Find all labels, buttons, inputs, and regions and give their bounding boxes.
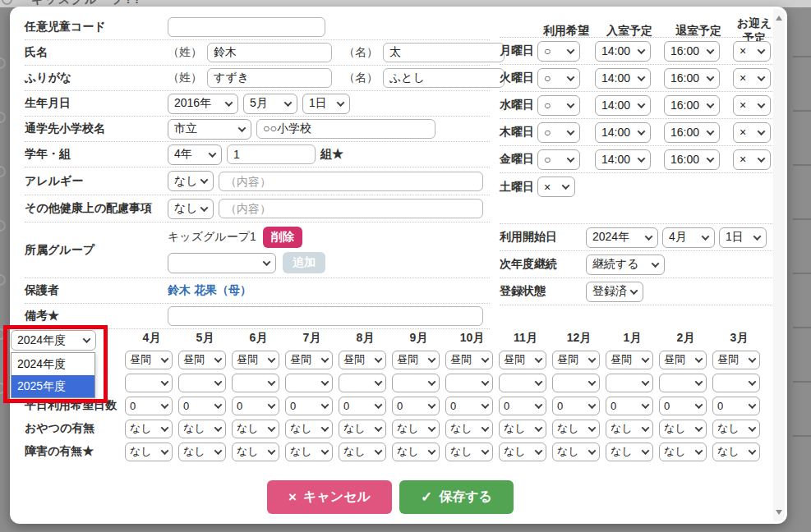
note-input[interactable] xyxy=(168,306,483,326)
monthly-select[interactable]: なし xyxy=(232,443,279,461)
delete-group-button[interactable]: 削除 xyxy=(263,227,302,248)
birth-day-select[interactable]: 1日 xyxy=(302,94,350,114)
monthly-select[interactable]: 昼間（ xyxy=(659,351,707,369)
guardian-link[interactable]: 鈴木 花果（母） xyxy=(168,283,251,298)
monthly-select[interactable] xyxy=(339,374,386,392)
monthly-select[interactable] xyxy=(125,374,173,392)
leave-time-select[interactable]: 16:00 xyxy=(664,68,720,89)
monthly-select[interactable]: 昼間（ xyxy=(178,351,226,369)
monthly-select[interactable]: 0 xyxy=(659,397,707,415)
monthly-select[interactable]: なし xyxy=(445,443,493,461)
leave-time-select[interactable]: 16:00 xyxy=(664,122,720,143)
monthly-select[interactable]: なし xyxy=(445,420,493,438)
monthly-select[interactable] xyxy=(178,374,226,392)
cancel-button[interactable]: × キャンセル xyxy=(267,480,392,514)
use-select[interactable]: ○ xyxy=(537,68,580,89)
add-group-button[interactable]: 追加 xyxy=(283,252,325,273)
monthly-select[interactable]: 0 xyxy=(606,397,653,415)
monthly-select[interactable]: 0 xyxy=(499,397,546,415)
monthly-select[interactable]: 昼間（ xyxy=(125,351,173,369)
pickup-select[interactable]: × xyxy=(733,41,771,62)
monthly-select[interactable]: 昼間（ xyxy=(339,351,386,369)
leave-time-select[interactable]: 16:00 xyxy=(664,41,720,62)
pickup-select[interactable]: × xyxy=(733,95,771,116)
class-input[interactable] xyxy=(227,144,316,164)
monthly-select[interactable] xyxy=(285,374,333,392)
health-detail-input[interactable] xyxy=(219,199,483,218)
birth-month-select[interactable]: 5月 xyxy=(243,94,297,114)
monthly-select[interactable]: なし xyxy=(178,443,226,461)
monthly-select[interactable]: なし xyxy=(499,443,546,461)
start-month-select[interactable]: 4月 xyxy=(662,227,715,248)
monthly-select[interactable]: 0 xyxy=(552,397,600,415)
monthly-select[interactable] xyxy=(445,374,493,392)
enter-time-select[interactable]: 14:00 xyxy=(595,41,651,62)
monthly-select[interactable]: 昼間（ xyxy=(232,351,279,369)
monthly-select[interactable]: なし xyxy=(552,443,600,461)
monthly-select[interactable] xyxy=(712,374,760,392)
monthly-select[interactable]: なし xyxy=(606,420,653,438)
monthly-select[interactable] xyxy=(499,374,546,392)
use-select[interactable]: ○ xyxy=(537,41,580,62)
health-select[interactable]: なし xyxy=(168,199,214,219)
monthly-select[interactable] xyxy=(606,374,653,392)
monthly-select[interactable]: なし xyxy=(339,443,386,461)
monthly-select[interactable] xyxy=(659,374,707,392)
enter-time-select[interactable]: 14:00 xyxy=(595,95,651,116)
monthly-select[interactable]: なし xyxy=(392,420,440,438)
scroll-up-arrow-icon[interactable] xyxy=(776,16,782,21)
monthly-select[interactable]: なし xyxy=(285,420,333,438)
school-name-input[interactable] xyxy=(256,119,435,139)
monthly-select[interactable]: 0 xyxy=(445,397,493,415)
pickup-select[interactable]: × xyxy=(733,149,771,170)
enter-time-select[interactable]: 14:00 xyxy=(595,149,651,170)
enter-time-select[interactable]: 14:00 xyxy=(595,68,651,89)
monthly-select[interactable]: なし xyxy=(285,443,333,461)
monthly-select[interactable]: 昼間（ xyxy=(712,351,760,369)
monthly-select[interactable]: 昼間（ xyxy=(606,351,653,369)
monthly-select[interactable]: なし xyxy=(125,443,173,461)
monthly-select[interactable]: 昼間（ xyxy=(392,351,440,369)
monthly-select[interactable]: なし xyxy=(712,420,760,438)
use-select[interactable]: ○ xyxy=(537,122,580,143)
first-name-input[interactable] xyxy=(383,43,505,62)
monthly-select[interactable]: なし xyxy=(712,443,760,461)
leave-time-select[interactable]: 16:00 xyxy=(664,95,720,116)
use-select[interactable]: × xyxy=(537,177,575,197)
monthly-select[interactable]: 昼間（ xyxy=(552,351,600,369)
fiscal-year-option[interactable]: 2025年度 xyxy=(12,375,94,397)
monthly-select[interactable]: なし xyxy=(606,443,653,461)
monthly-select[interactable]: なし xyxy=(659,443,707,461)
vertical-scrollbar[interactable] xyxy=(773,9,785,521)
monthly-select[interactable]: 0 xyxy=(392,397,440,415)
last-name-kana-input[interactable] xyxy=(207,68,332,88)
enter-time-select[interactable]: 14:00 xyxy=(595,122,651,143)
monthly-select[interactable]: 0 xyxy=(125,397,173,415)
pickup-select[interactable]: × xyxy=(733,122,771,143)
start-day-select[interactable]: 1日 xyxy=(719,227,767,248)
use-select[interactable]: ○ xyxy=(537,95,580,116)
monthly-select[interactable]: なし xyxy=(125,420,173,438)
monthly-select[interactable]: なし xyxy=(659,420,707,438)
grade-select[interactable]: 4年 xyxy=(168,144,222,165)
monthly-select[interactable]: 0 xyxy=(178,397,226,415)
monthly-select[interactable] xyxy=(392,374,440,392)
monthly-select[interactable]: なし xyxy=(232,420,279,438)
monthly-select[interactable]: 昼間（ xyxy=(445,351,493,369)
save-button[interactable]: ✓ 保存する xyxy=(399,480,514,514)
allergy-select[interactable]: なし xyxy=(168,171,214,191)
first-name-kana-input[interactable] xyxy=(383,68,505,88)
monthly-select[interactable]: 0 xyxy=(285,397,333,415)
monthly-select[interactable] xyxy=(552,374,600,392)
child-code-input[interactable] xyxy=(168,17,325,37)
group-select[interactable] xyxy=(168,253,276,273)
birth-year-select[interactable]: 2016年 xyxy=(168,94,238,114)
scroll-down-arrow-icon[interactable] xyxy=(776,510,782,515)
monthly-select[interactable] xyxy=(232,374,279,392)
allergy-detail-input[interactable] xyxy=(219,172,483,191)
last-name-input[interactable] xyxy=(207,43,332,62)
start-year-select[interactable]: 2024年 xyxy=(586,227,658,248)
monthly-select[interactable]: なし xyxy=(339,420,386,438)
monthly-select[interactable]: なし xyxy=(552,420,600,438)
monthly-select[interactable]: 昼間（ xyxy=(285,351,333,369)
